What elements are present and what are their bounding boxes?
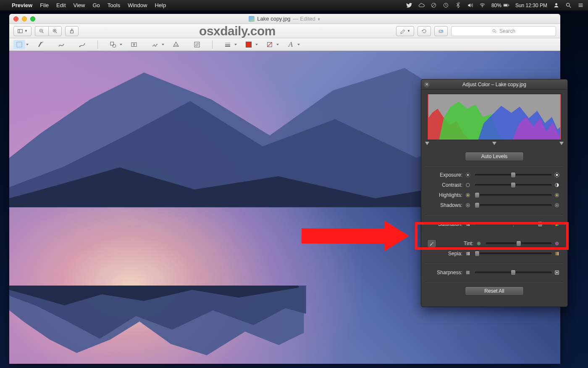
adjust-size-tool[interactable] xyxy=(191,40,203,49)
saturation-knob[interactable] xyxy=(538,221,543,227)
adjust-color-panel[interactable]: ✕ Adjust Color – Lake copy.jpg Auto Leve… xyxy=(421,79,568,307)
menu-file[interactable]: File xyxy=(40,2,49,8)
clock[interactable]: Sun 12:30 PM xyxy=(515,3,547,8)
levels-white-point[interactable] xyxy=(559,142,564,145)
svg-rect-5 xyxy=(509,5,509,6)
search-field[interactable]: Search xyxy=(451,26,556,36)
shapes-tool[interactable] xyxy=(107,40,119,49)
tint-label: Tint: xyxy=(438,241,473,246)
bluetooth-icon[interactable] xyxy=(455,2,461,8)
sharpness-slider[interactable] xyxy=(475,272,551,273)
menu-go[interactable]: Go xyxy=(92,2,100,8)
contrast-slider[interactable] xyxy=(475,184,551,186)
fill-color-tool[interactable] xyxy=(264,40,276,49)
line-weight-tool[interactable] xyxy=(222,40,234,49)
reset-all-button[interactable]: Reset All xyxy=(465,286,524,296)
wifi-icon[interactable] xyxy=(479,2,486,8)
user-icon[interactable] xyxy=(553,2,559,8)
zoom-in-button[interactable] xyxy=(48,26,62,36)
border-color-tool[interactable] xyxy=(243,40,255,49)
svg-line-58 xyxy=(555,173,556,174)
text-tool[interactable]: T xyxy=(128,40,140,49)
levels-mid-point[interactable] xyxy=(492,142,496,145)
edited-indicator[interactable]: — Edited ▼ xyxy=(293,16,321,22)
svg-line-49 xyxy=(466,173,467,174)
menu-tools[interactable]: Tools xyxy=(108,2,120,8)
notification-center-icon[interactable] xyxy=(578,2,584,8)
svg-rect-91 xyxy=(556,272,558,273)
instant-alpha-tool[interactable] xyxy=(34,40,46,49)
sketch-tool[interactable] xyxy=(55,40,67,49)
histogram xyxy=(427,94,562,140)
svg-point-8 xyxy=(567,3,570,7)
panel-close-button[interactable]: ✕ xyxy=(424,82,430,87)
markup-toolbar-button[interactable] xyxy=(434,26,448,36)
sharpness-right-icon xyxy=(554,270,560,275)
spotlight-icon[interactable] xyxy=(565,2,572,8)
saturation-slider[interactable] xyxy=(475,223,551,225)
svg-line-52 xyxy=(469,173,470,174)
tint-eyedropper-button[interactable] xyxy=(427,239,436,248)
svg-line-50 xyxy=(469,176,470,177)
battery-status[interactable]: 80% xyxy=(491,2,509,8)
tint-knob[interactable] xyxy=(516,241,521,246)
menu-window[interactable]: Window xyxy=(128,2,147,8)
svg-line-9 xyxy=(569,6,571,8)
svg-rect-27 xyxy=(17,42,22,47)
menu-help[interactable]: Help xyxy=(155,2,166,8)
do-not-disturb-icon[interactable] xyxy=(430,2,437,8)
svg-point-32 xyxy=(113,44,116,48)
adjust-color-tool[interactable] xyxy=(170,40,182,49)
panel-titlebar[interactable]: ✕ Adjust Color – Lake copy.jpg xyxy=(421,79,567,90)
contrast-knob[interactable] xyxy=(511,182,516,188)
menu-edit[interactable]: Edit xyxy=(56,2,66,8)
menu-view[interactable]: View xyxy=(74,2,85,8)
rect-select-tool[interactable] xyxy=(13,40,25,49)
twitter-icon[interactable] xyxy=(406,2,412,8)
highlights-knob[interactable] xyxy=(475,192,480,198)
auto-levels-button[interactable]: Auto Levels xyxy=(465,152,524,161)
minimize-button[interactable] xyxy=(22,16,27,21)
share-button[interactable] xyxy=(65,26,79,36)
volume-icon[interactable] xyxy=(467,2,473,8)
svg-text:T: T xyxy=(133,43,135,47)
sepia-slider[interactable] xyxy=(475,253,551,254)
tint-slider[interactable] xyxy=(486,243,551,244)
svg-rect-75 xyxy=(555,222,556,226)
svg-rect-87 xyxy=(556,252,557,255)
close-button[interactable] xyxy=(13,16,18,21)
zoom-out-button[interactable] xyxy=(35,26,48,36)
svg-rect-77 xyxy=(557,222,558,226)
shadows-slider[interactable] xyxy=(475,204,551,206)
cloud-icon[interactable] xyxy=(418,2,425,8)
window-titlebar[interactable]: Lake copy.jpg — Edited ▼ xyxy=(9,14,560,24)
shadows-right-icon xyxy=(554,202,560,208)
levels-black-point[interactable] xyxy=(425,142,429,145)
svg-rect-78 xyxy=(558,222,559,226)
rotate-button[interactable] xyxy=(417,26,431,36)
levels-slider[interactable] xyxy=(427,142,562,147)
tint-right-icon xyxy=(554,241,560,246)
sidebar-view-button[interactable]: ▼ xyxy=(13,26,32,36)
exposure-left-icon xyxy=(465,172,471,178)
document-proxy-icon[interactable] xyxy=(249,16,255,22)
shadows-knob[interactable] xyxy=(475,202,480,208)
exposure-knob[interactable] xyxy=(511,172,516,178)
draw-tool[interactable] xyxy=(76,40,88,49)
zoom-button[interactable] xyxy=(30,16,35,21)
highlights-slider[interactable] xyxy=(475,194,551,196)
sepia-knob[interactable] xyxy=(475,251,480,257)
sign-tool[interactable] xyxy=(149,40,161,49)
svg-point-82 xyxy=(556,243,558,244)
svg-line-26 xyxy=(495,32,496,33)
app-name[interactable]: Preview xyxy=(12,2,32,8)
sharpness-knob[interactable] xyxy=(511,270,516,275)
text-style-tool[interactable]: A xyxy=(285,40,297,49)
highlights-label: Highlights: xyxy=(427,192,462,198)
svg-line-41 xyxy=(268,42,272,47)
battery-percent: 80% xyxy=(491,3,501,8)
exposure-slider[interactable] xyxy=(475,174,551,176)
sharpness-row: Sharpness: xyxy=(427,267,562,278)
highlight-button[interactable]: ▼ xyxy=(396,26,414,36)
time-machine-icon[interactable] xyxy=(443,2,449,8)
